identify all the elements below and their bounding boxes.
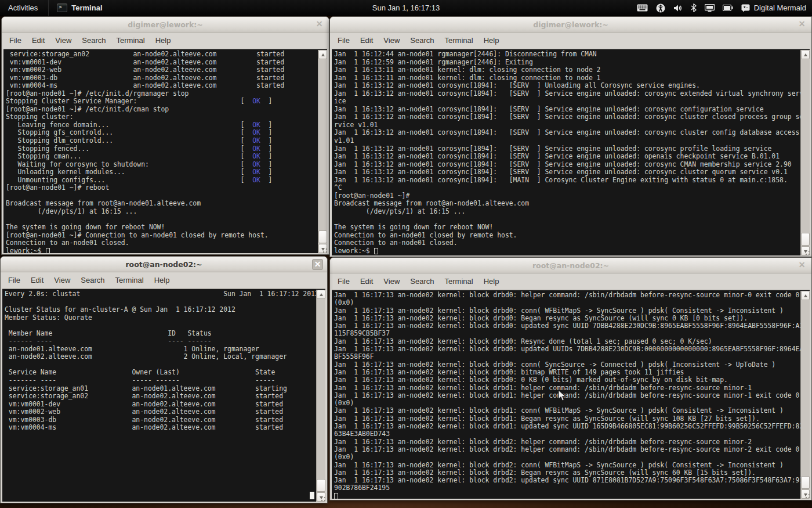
menu-view[interactable]: View — [49, 272, 75, 289]
terminal-line — [334, 492, 799, 499]
scrollbar[interactable] — [316, 290, 325, 502]
menu-search[interactable]: Search — [405, 33, 439, 49]
terminal-line: (/dev/pts/1) at 16:15 ... — [334, 208, 799, 216]
terminal-line: Jan 1 16:17:13 an-node02 kernel: block d… — [334, 376, 799, 384]
chat-status-icon — [741, 4, 750, 12]
menu-edit[interactable]: Edit — [27, 33, 50, 49]
scrollbar[interactable] — [800, 291, 810, 499]
terminal-line: (0x0) — [334, 453, 799, 461]
terminal-line: vm:vm0001-dev an-node02.alteeve.com star… — [6, 59, 317, 67]
terminal-line: service:storage_an02 an-node02.alteeve.c… — [6, 51, 317, 59]
titlebar[interactable]: root@an-node02:~ ✕ — [330, 258, 811, 273]
menu-terminal[interactable]: Terminal — [111, 33, 150, 49]
scrollbar[interactable] — [318, 50, 327, 253]
menu-search[interactable]: Search — [75, 272, 110, 289]
menu-help[interactable]: Help — [478, 33, 505, 49]
terminal-output[interactable]: service:storage_an02 an-node02.alteeve.c… — [3, 49, 327, 253]
close-icon[interactable]: ✕ — [796, 260, 807, 271]
resize-grip[interactable] — [321, 247, 328, 254]
menu-search[interactable]: Search — [405, 273, 439, 290]
terminal-line: Member Status: Quorate — [5, 314, 315, 322]
keyboard-icon[interactable] — [637, 4, 648, 12]
terminal-line: (0x0) — [334, 399, 799, 407]
scrollbar-thumb[interactable] — [801, 476, 810, 489]
scroll-up-button[interactable] — [801, 50, 810, 59]
terminal-line: Unloading kernel modules... [ OK ] — [6, 168, 317, 176]
close-icon[interactable]: ✕ — [312, 259, 323, 270]
window-title: digimer@lework:~ — [128, 20, 202, 29]
menu-view[interactable]: View — [50, 33, 77, 49]
scroll-up-button[interactable] — [317, 290, 325, 299]
bluetooth-icon[interactable] — [691, 3, 697, 12]
menubar: FileEditViewSearchTerminalHelp — [2, 33, 329, 49]
terminal-line: Jan 1 16:13:12 an-node01 corosync[1894]:… — [334, 168, 799, 176]
terminal-line: vm:vm0001-dev an-node02.alteeve.com star… — [5, 401, 315, 409]
terminal-line: Jan 1 16:13:12 an-node01 corosync[1894]:… — [334, 113, 799, 121]
accessibility-icon[interactable] — [656, 3, 665, 13]
menu-edit[interactable]: Edit — [26, 272, 49, 289]
menu-edit[interactable]: Edit — [355, 33, 378, 49]
terminal-output[interactable]: Jan 1 16:17:13 an-node02 kernel: block d… — [332, 290, 810, 499]
terminal-line: Jan 1 16:17:13 an-node02 kernel: block d… — [334, 369, 799, 376]
menu-file[interactable]: File — [3, 272, 26, 289]
menu-help[interactable]: Help — [150, 33, 176, 49]
menu-view[interactable]: View — [378, 33, 405, 49]
activities-button[interactable]: Activities — [0, 0, 48, 16]
scrollbar-thumb[interactable] — [317, 479, 325, 492]
gnome-top-bar: Activities Terminal Sun Jan 1, 16:17:13 … — [0, 0, 812, 16]
menu-file[interactable]: File — [332, 33, 355, 49]
terminal-cursor — [310, 492, 314, 499]
terminal-line: Stopping fenced... [ OK ] — [6, 145, 317, 153]
terminal-line: Stopping gfs_controld... [ OK ] — [6, 129, 317, 137]
menu-file[interactable]: File — [332, 273, 355, 290]
menu-help[interactable]: Help — [149, 272, 175, 289]
scrollbar-thumb[interactable] — [318, 230, 327, 243]
terminal-line: Jan 1 16:13:12 an-node01 corosync[1894]:… — [334, 129, 799, 137]
menu-view[interactable]: View — [378, 273, 405, 290]
user-menu[interactable]: Digital Mermaid — [741, 3, 806, 12]
menu-file[interactable]: File — [4, 33, 27, 49]
scrollbar[interactable] — [800, 50, 810, 255]
battery-icon[interactable] — [723, 5, 733, 11]
titlebar[interactable]: root@an-node02:~ ✕ — [1, 257, 327, 272]
terminal-cursor — [334, 493, 338, 499]
mouse-cursor — [558, 390, 567, 404]
terminal-output[interactable]: Every 2.0s: clustat Sun Jan 1 16:17:12 2… — [2, 289, 325, 502]
terminal-line: 63B4E3AB0ED743 — [334, 430, 799, 438]
volume-icon[interactable] — [673, 4, 683, 12]
titlebar[interactable]: digimer@lework:~ ✕ — [330, 17, 811, 33]
resize-grip[interactable] — [320, 495, 327, 502]
terminal-line: an-node02.alteeve.com 2 Online, Local, r… — [5, 353, 315, 361]
terminal-line: Jan 1 16:17:13 an-node02 kernel: block d… — [334, 462, 799, 469]
terminal-line: lework:~$ — [6, 247, 317, 253]
menu-terminal[interactable]: Terminal — [110, 272, 149, 289]
terminal-window-top-left: digimer@lework:~ ✕ FileEditViewSearchTer… — [1, 16, 329, 255]
terminal-line: Broadcast message from root@an-node01.al… — [334, 200, 799, 208]
menu-terminal[interactable]: Terminal — [440, 33, 478, 49]
terminal-line: Connection to an-node01 closed. — [334, 239, 799, 247]
display-icon[interactable] — [705, 4, 715, 12]
menu-search[interactable]: Search — [77, 33, 111, 49]
close-icon[interactable]: ✕ — [314, 19, 325, 30]
resize-grip[interactable] — [804, 492, 811, 499]
terminal-line: Jan 1 16:13:11 an-node01 kernel: dlm: cl… — [334, 74, 799, 82]
resize-grip[interactable] — [804, 249, 811, 256]
terminal-line: Jan 1 16:17:13 an-node02 kernel: block d… — [334, 361, 799, 369]
terminal-output[interactable]: Jan 1 16:12:44 an-node01 rgmanager[2446]… — [332, 49, 810, 255]
scroll-up-button[interactable] — [318, 50, 327, 59]
scrollbar-thumb[interactable] — [801, 233, 810, 246]
terminal-line: [root@an-node01 ~]# reboot — [6, 184, 317, 192]
terminal-line — [6, 215, 317, 224]
menu-help[interactable]: Help — [478, 273, 505, 290]
scroll-up-button[interactable] — [801, 291, 810, 300]
terminal-window-bottom-right: root@an-node02:~ ✕ FileEditViewSearchTer… — [329, 257, 812, 500]
terminal-line: Waiting for corosync to shutdown: [ OK ] — [6, 161, 317, 169]
close-icon[interactable]: ✕ — [796, 19, 807, 30]
app-menu[interactable]: Terminal — [48, 0, 110, 16]
titlebar[interactable]: digimer@lework:~ ✕ — [2, 17, 329, 33]
terminal-line: ------- ---- ----- ------ ----- — [5, 377, 315, 385]
menu-edit[interactable]: Edit — [355, 273, 378, 290]
terminal-line: ^C — [334, 184, 799, 192]
clock-label[interactable]: Sun Jan 1, 16:17:13 — [372, 3, 440, 12]
menu-terminal[interactable]: Terminal — [440, 273, 478, 290]
